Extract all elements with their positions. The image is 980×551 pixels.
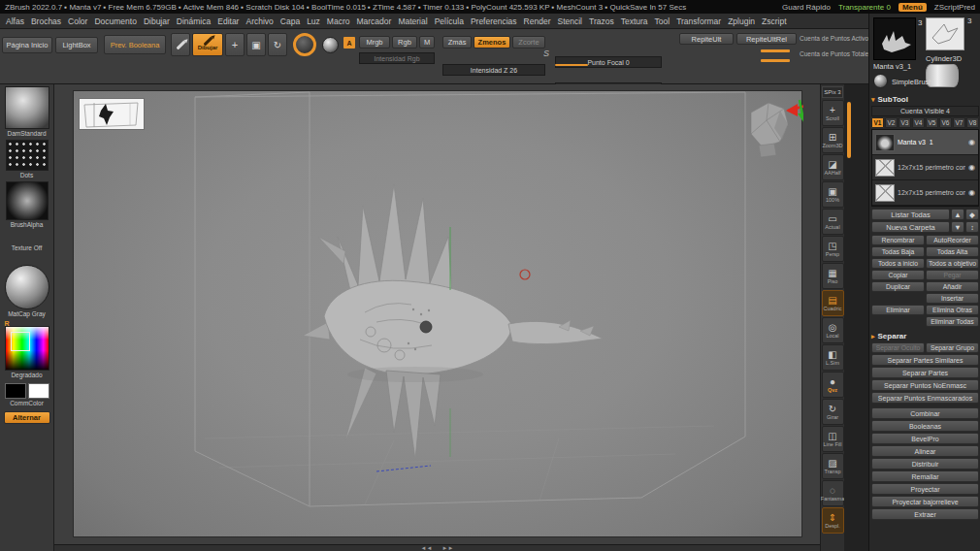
zsub-button[interactable]: Zmenos: [474, 36, 510, 49]
tray-scroll-indicator[interactable]: [847, 102, 851, 158]
menu-item[interactable]: Material: [398, 16, 427, 26]
document-viewport[interactable]: [73, 90, 802, 537]
live-boolean-button[interactable]: Prev. Booleana: [104, 35, 166, 54]
split-action-button[interactable]: Separar Partes Similares: [871, 354, 979, 366]
subtool-action-button[interactable]: Insertar: [926, 293, 979, 304]
material-preview-sphere[interactable]: [322, 37, 339, 53]
move-mode-button[interactable]: +: [225, 33, 245, 56]
subtool-select-icon-button[interactable]: ◆: [965, 209, 979, 220]
right-shelf-button[interactable]: ◳ Persp: [822, 236, 844, 262]
menu-item[interactable]: Preferencias: [471, 16, 517, 26]
menu-item[interactable]: Stencil: [557, 16, 582, 26]
palette-section-button[interactable]: Proyectar bajorrelieve: [871, 496, 979, 507]
palette-section-button[interactable]: Booleanas: [871, 420, 979, 432]
color-picker[interactable]: R: [5, 326, 49, 371]
edit-mode-button[interactable]: [171, 33, 190, 56]
texture-slot-label[interactable]: Texture Off: [12, 244, 43, 251]
rgb-intensity-slider[interactable]: Intensidad Rgb: [359, 52, 435, 64]
subtool-down-button[interactable]: ▼: [951, 221, 964, 233]
stroke-thumbnail[interactable]: [6, 140, 49, 171]
spix-slider[interactable]: SPix 3: [822, 86, 843, 98]
document-preview-thumbnail[interactable]: [79, 98, 145, 130]
menu-item[interactable]: Capa: [280, 16, 300, 26]
subtool-up-button[interactable]: ▲: [951, 209, 964, 220]
gradient-label[interactable]: Degradado: [11, 372, 42, 378]
tool-name-label[interactable]: Manta v3_1: [873, 62, 911, 71]
new-folder-button[interactable]: Nueva Carpeta: [871, 221, 950, 233]
right-shelf-button[interactable]: + Scroll: [822, 100, 844, 126]
secondary-color-swatch[interactable]: [28, 383, 49, 399]
recent-tool-thumbnail[interactable]: [926, 17, 964, 50]
menu-item[interactable]: Transformar: [676, 16, 721, 26]
visible-count-slider[interactable]: Cuenta Visible 4: [871, 106, 979, 116]
a-swatch[interactable]: A: [343, 37, 355, 49]
v-tab[interactable]: V6: [939, 117, 952, 128]
visibility-eye-icon[interactable]: ◉: [968, 188, 975, 197]
menu-item[interactable]: Zscript: [762, 16, 787, 26]
current-brush-preview[interactable]: [293, 33, 316, 56]
visibility-eye-icon[interactable]: ◉: [968, 138, 975, 146]
subtool-action-button[interactable]: Todas Alta: [926, 246, 979, 257]
subtool-move-icon-button[interactable]: ↕: [965, 221, 979, 233]
v-tab[interactable]: V7: [953, 117, 965, 128]
menu-item[interactable]: Brochas: [31, 16, 61, 26]
menu-item[interactable]: Dibujar: [144, 16, 170, 26]
mrgb-button[interactable]: Mrgb: [359, 36, 390, 49]
palette-section-button[interactable]: Combinar: [871, 407, 979, 419]
v-tab[interactable]: V3: [898, 117, 911, 128]
subtool-action-button[interactable]: Todos a inicio: [871, 258, 925, 269]
mini-slider[interactable]: [761, 49, 790, 52]
menu-item[interactable]: Textura: [621, 16, 648, 26]
v-tab[interactable]: V4: [912, 117, 925, 128]
tool-name-label[interactable]: Cylinder3D: [926, 54, 962, 63]
menu-item[interactable]: Tool: [655, 16, 670, 26]
palette-section-button[interactable]: Remallar: [871, 470, 979, 482]
rgb-button[interactable]: Rgb: [392, 36, 417, 49]
split-action-button[interactable]: Separar Puntos NoEnmasc: [871, 379, 979, 391]
repeat-last-button[interactable]: RepiteUlt: [679, 33, 734, 45]
menu-item[interactable]: Luz: [307, 16, 320, 26]
zadd-button[interactable]: Zmás: [442, 36, 472, 49]
palette-section-button[interactable]: Proyectar: [871, 483, 979, 495]
quick-save-label[interactable]: Guard Rápido: [782, 3, 831, 12]
menu-item[interactable]: Zplugin: [728, 16, 755, 26]
menu-item[interactable]: Color: [68, 16, 87, 26]
split-section-header[interactable]: ▸ Separar: [871, 330, 979, 342]
main-color-swatch[interactable]: [5, 383, 26, 399]
v-tab[interactable]: V8: [966, 117, 979, 128]
right-shelf-button[interactable]: ⊞ Zoom3D: [822, 127, 844, 153]
menu-item[interactable]: Render: [524, 16, 551, 26]
split-action-button[interactable]: Separar Puntos Enmascarados: [871, 392, 979, 404]
right-shelf-button[interactable]: ▤ Cuadric: [822, 290, 844, 316]
subtool-item[interactable]: 12x7x15 perimetro con base ◉: [872, 180, 978, 206]
menu-toggle-button[interactable]: Menú: [898, 3, 927, 12]
palette-section-button[interactable]: Alinear: [871, 445, 979, 457]
canvas-scrollbar[interactable]: ◄◄ ►►: [54, 544, 820, 551]
color-picker-inner-square[interactable]: [11, 332, 30, 351]
subtool-item[interactable]: 12x7x15 perimetro con base1 ◉: [872, 155, 978, 180]
list-all-button[interactable]: Listar Todas: [871, 209, 950, 220]
current-tool-thumbnail[interactable]: [873, 17, 916, 60]
subtool-action-button[interactable]: Eliminar Todas: [926, 316, 979, 327]
split-group-button[interactable]: Separar Grupo: [926, 342, 979, 353]
right-shelf-button[interactable]: ▦ Piso: [822, 263, 844, 289]
simplebrush-thumbnail[interactable]: [873, 74, 888, 88]
subtool-action-button[interactable]: AutoReorder: [926, 235, 979, 245]
z-intensity-slider[interactable]: Intensidad Z 26: [442, 64, 545, 76]
subtool-action-button[interactable]: Renombrar: [871, 235, 925, 245]
palette-section-button[interactable]: Extraer: [871, 508, 979, 520]
right-shelf-button[interactable]: ▣ 100%: [822, 181, 844, 208]
subtool-action-button[interactable]: Todos a objetivo: [926, 258, 979, 269]
menu-item[interactable]: Alfas: [6, 16, 24, 26]
palette-section-button[interactable]: BevelPro: [871, 433, 979, 444]
switch-color-button[interactable]: Alternar: [4, 411, 50, 424]
repeat-last-rel-button[interactable]: RepiteUltRel: [736, 33, 797, 45]
menu-item[interactable]: Editar: [217, 16, 239, 26]
draw-mode-button[interactable]: Dibujar: [192, 33, 223, 56]
m-button[interactable]: M: [419, 36, 435, 49]
v-tab[interactable]: V2: [885, 117, 898, 128]
subtool-action-button[interactable]: Todas Baja: [871, 246, 925, 257]
subtool-header[interactable]: ▾ SubTool: [871, 93, 979, 106]
current-brush-label[interactable]: SimpleBrush: [892, 78, 933, 86]
right-shelf-button[interactable]: ▭ Actual: [822, 209, 844, 235]
